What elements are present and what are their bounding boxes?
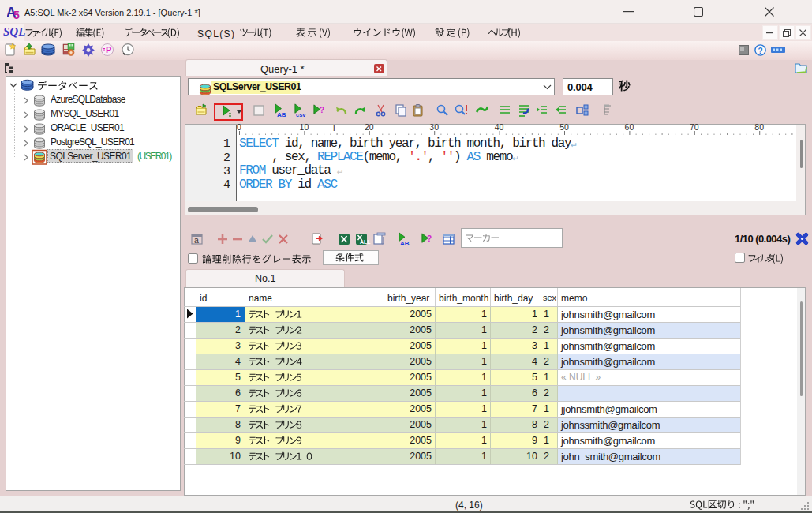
svg-text:T: T — [331, 124, 336, 133]
svg-text:40: 40 — [495, 124, 504, 132]
svg-text:30: 30 — [429, 124, 439, 132]
svg-text:20: 20 — [365, 124, 374, 132]
svg-text:?: ? — [427, 234, 432, 243]
svg-text:AB: AB — [400, 240, 410, 247]
svg-text:60: 60 — [625, 124, 634, 132]
svg-text:80: 80 — [754, 124, 764, 132]
svg-text:csv: csv — [296, 111, 306, 118]
svg-text:P: P — [106, 45, 111, 54]
svg-text:70: 70 — [690, 124, 699, 132]
svg-text:?: ? — [320, 106, 324, 114]
svg-text:50: 50 — [559, 124, 569, 132]
svg-text:ALL: ALL — [360, 239, 371, 245]
svg-text:5: 5 — [13, 9, 20, 19]
svg-text:?: ? — [758, 47, 763, 55]
svg-text:10: 10 — [300, 124, 309, 132]
svg-text:AB: AB — [277, 111, 286, 118]
svg-text:a: a — [194, 235, 199, 245]
svg-text:0: 0 — [237, 124, 241, 132]
